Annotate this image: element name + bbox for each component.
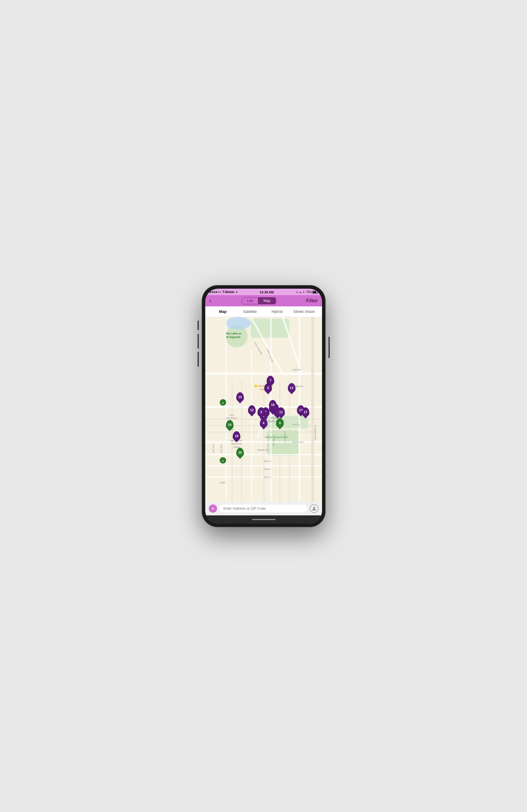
location-arrow-icon: ➤ [211, 507, 214, 511]
address-search-input[interactable] [220, 505, 307, 512]
home-indicator [205, 516, 322, 524]
signal-dot-4 [215, 291, 217, 293]
volume-down-button[interactable] [198, 352, 199, 367]
carrier-name: T-Mobile [223, 290, 235, 294]
power-button[interactable] [329, 337, 330, 358]
map-pin-18[interactable]: 18 [233, 431, 240, 441]
battery-indicator: 79% [306, 290, 318, 294]
map-type-satellite[interactable]: Satellite [237, 309, 264, 314]
signal-dot-5 [217, 291, 219, 293]
search-bar: ➤ [205, 502, 322, 516]
signal-dot-6 [220, 291, 221, 293]
phone-screen: T-Mobile ▾̈ 10:38 AM ⊙ ▲ ✦ 79% [205, 289, 322, 524]
profile-icon [312, 506, 317, 511]
status-right: ⊙ ▲ ✦ 79% [296, 290, 318, 294]
status-left: T-Mobile ▾̈ [209, 290, 238, 294]
status-time: 10:38 AM [259, 290, 274, 294]
map-pin-16[interactable]: 16 [269, 400, 276, 409]
filter-button[interactable]: Filter [306, 298, 318, 303]
map-type-street-vision[interactable]: Street Vision [291, 309, 318, 314]
signal-dot-2 [211, 291, 213, 293]
svg-point-63 [313, 507, 315, 509]
map-pin-4[interactable]: 4 [260, 418, 268, 428]
map-type-bar: Map Satellite Hybrid Street Vision [205, 306, 322, 317]
location-icon: ▲ [299, 291, 302, 294]
map-pin-19[interactable]: 19 [226, 420, 234, 430]
map-pin-8[interactable]: 8 [276, 418, 284, 428]
map-pin-3[interactable]: 3 [257, 407, 265, 417]
map-type-map[interactable]: Map [209, 309, 237, 314]
app-screen: T-Mobile ▾̈ 10:38 AM ⊙ ▲ ✦ 79% [205, 289, 322, 524]
navigation-bar: ‹ List Map Filter [205, 295, 322, 306]
volume-up-button[interactable] [198, 334, 199, 349]
bluetooth-icon: ✦ [303, 291, 305, 294]
map-pin-7[interactable]: 7 [267, 376, 274, 385]
map-pin-11[interactable]: 11 [277, 407, 285, 417]
battery-fill [313, 291, 316, 293]
signal-strength [209, 291, 221, 293]
map-pin-15[interactable]: 15 [236, 392, 244, 402]
home-bar [252, 519, 275, 520]
status-bar: T-Mobile ▾̈ 10:38 AM ⊙ ▲ ✦ 79% [205, 289, 322, 295]
map-pin-20[interactable]: 20 [236, 448, 244, 457]
view-toggle: List Map [242, 297, 276, 304]
map-pin-17[interactable]: 17 [302, 407, 310, 417]
map-tab[interactable]: Map [258, 298, 275, 304]
location-button[interactable]: ➤ [209, 505, 217, 513]
map-pin-13[interactable]: 13 [288, 383, 296, 393]
battery-percentage: 79% [306, 290, 312, 294]
lock-icon: ⊙ [296, 291, 299, 294]
signal-dot-1 [209, 291, 211, 293]
list-tab[interactable]: List [242, 298, 258, 304]
phone-frame: T-Mobile ▾̈ 10:38 AM ⊙ ▲ ✦ 79% [202, 285, 326, 527]
pins-container: 1234567891011121314151617181920 [205, 317, 322, 502]
back-button[interactable]: ‹ [209, 297, 211, 305]
wifi-icon: ▾̈ [236, 290, 237, 294]
map-container[interactable]: Outer Loop Rd Inner Loop Rd S Aviation B… [205, 317, 322, 502]
map-type-hybrid[interactable]: Hybrid [264, 309, 291, 314]
battery-icon [312, 291, 318, 294]
signal-dot-3 [213, 291, 215, 293]
profile-button[interactable] [310, 504, 318, 513]
map-pin-12[interactable]: 12 [248, 405, 256, 415]
mute-button[interactable] [198, 321, 199, 330]
